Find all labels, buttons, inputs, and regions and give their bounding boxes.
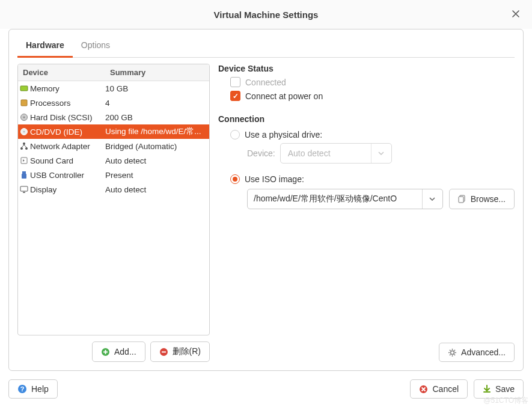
display-icon xyxy=(18,185,30,194)
svg-point-8 xyxy=(25,147,28,150)
table-row[interactable]: Processors 4 xyxy=(18,96,209,110)
device-name: Memory xyxy=(30,84,105,93)
table-row[interactable]: Sound Card Auto detect xyxy=(18,153,209,168)
device-name: Processors xyxy=(30,99,105,108)
help-icon: ? xyxy=(17,384,27,394)
cancel-label: Cancel xyxy=(432,384,459,394)
cancel-button[interactable]: Cancel xyxy=(410,379,468,399)
close-icon[interactable] xyxy=(510,8,521,19)
table-row[interactable]: Memory 10 GB xyxy=(18,81,209,96)
table-row[interactable]: Hard Disk (SCSI) 200 GB xyxy=(18,110,209,124)
connect-poweron-label: Connect at power on xyxy=(245,91,323,101)
col-summary-header: Summary xyxy=(105,64,209,81)
tab-hardware[interactable]: Hardware xyxy=(17,34,73,58)
svg-rect-10 xyxy=(22,171,26,174)
soundcard-icon xyxy=(18,156,30,165)
connected-checkbox[interactable] xyxy=(230,77,240,87)
svg-text:?: ? xyxy=(20,385,25,393)
use-physical-radio[interactable] xyxy=(230,130,240,139)
minus-icon xyxy=(159,347,168,357)
device-summary: Present xyxy=(105,171,209,180)
save-icon xyxy=(483,385,491,393)
titlebar: Virtual Machine Settings xyxy=(0,0,532,29)
add-button[interactable]: Add... xyxy=(92,341,145,362)
gear-icon xyxy=(448,348,457,357)
settings-frame: Hardware Options Device Summary Memory 1… xyxy=(8,29,524,371)
svg-point-3 xyxy=(23,117,25,118)
device-summary: 200 GB xyxy=(105,113,209,122)
col-device-header: Device xyxy=(18,64,105,81)
device-name: Hard Disk (SCSI) xyxy=(30,113,105,122)
help-label: Help xyxy=(31,384,49,394)
advanced-label: Advanced... xyxy=(461,347,506,357)
use-iso-radio[interactable] xyxy=(230,174,240,184)
browse-button[interactable]: Browse... xyxy=(449,189,515,209)
device-name: Display xyxy=(30,185,105,194)
save-button[interactable]: Save xyxy=(474,379,524,399)
harddisk-icon xyxy=(18,113,30,121)
table-row[interactable]: Network Adapter Bridged (Automatic) xyxy=(18,139,209,153)
window-title: Virtual Machine Settings xyxy=(214,10,319,20)
plus-icon xyxy=(101,347,110,357)
chevron-down-icon[interactable] xyxy=(422,189,442,209)
svg-point-5 xyxy=(23,131,25,133)
device-summary: Using file /home/wd/E/常... xyxy=(105,126,209,137)
dialog-footer: ? Help Cancel Save xyxy=(8,371,524,399)
iso-path-value: /home/wd/E/常用软件/驱动镜像/CentO xyxy=(248,189,422,209)
memory-icon xyxy=(18,84,30,93)
cancel-icon xyxy=(419,385,428,394)
table-row[interactable]: USB Controller Present xyxy=(18,168,209,182)
copy-icon xyxy=(458,195,466,203)
device-name: USB Controller xyxy=(30,171,105,180)
help-button[interactable]: ? Help xyxy=(8,379,58,399)
device-status-title: Device Status xyxy=(218,64,515,73)
svg-rect-1 xyxy=(21,100,27,106)
connect-poweron-checkbox[interactable]: ✓ xyxy=(230,91,240,101)
device-summary: 10 GB xyxy=(105,84,209,93)
device-sublabel: Device: xyxy=(247,148,275,158)
save-label: Save xyxy=(495,384,515,394)
remove-label: 删除(R) xyxy=(173,346,201,357)
connected-label: Connected xyxy=(245,78,286,87)
table-row[interactable]: Display Auto detect xyxy=(18,182,209,197)
svg-rect-16 xyxy=(459,197,463,203)
device-summary: Bridged (Automatic) xyxy=(105,142,209,151)
browse-label: Browse... xyxy=(471,194,506,204)
processor-icon xyxy=(18,99,30,107)
table-row[interactable]: CD/DVD (IDE) Using file /home/wd/E/常... xyxy=(18,124,209,139)
device-summary: Auto detect xyxy=(105,156,209,165)
table-header: Device Summary xyxy=(18,64,209,81)
svg-rect-11 xyxy=(22,174,26,179)
device-table: Device Summary Memory 10 GB Processors 4 xyxy=(17,64,210,335)
chevron-down-icon xyxy=(371,144,391,163)
tabs: Hardware Options xyxy=(17,34,515,58)
connection-title: Connection xyxy=(218,114,515,124)
physical-device-value: Auto detect xyxy=(281,144,371,163)
device-summary: 4 xyxy=(105,99,209,108)
cddvd-icon xyxy=(18,127,30,136)
add-label: Add... xyxy=(114,347,136,357)
svg-rect-0 xyxy=(20,86,28,91)
advanced-button[interactable]: Advanced... xyxy=(439,343,515,362)
svg-point-7 xyxy=(20,147,23,150)
svg-point-17 xyxy=(451,350,454,354)
iso-path-select[interactable]: /home/wd/E/常用软件/驱动镜像/CentO xyxy=(247,189,443,209)
svg-point-6 xyxy=(23,142,25,145)
tab-options[interactable]: Options xyxy=(73,34,118,57)
usb-icon xyxy=(18,171,30,179)
use-physical-label: Use a physical drive: xyxy=(245,130,322,139)
device-name: Sound Card xyxy=(30,156,105,165)
remove-button[interactable]: 删除(R) xyxy=(150,341,210,362)
physical-device-select: Auto detect xyxy=(280,143,392,164)
device-name: Network Adapter xyxy=(30,142,105,151)
device-name: CD/DVD (IDE) xyxy=(30,127,105,136)
device-summary: Auto detect xyxy=(105,185,209,194)
network-icon xyxy=(18,142,30,150)
use-iso-label: Use ISO image: xyxy=(245,174,304,184)
svg-rect-12 xyxy=(20,186,28,191)
